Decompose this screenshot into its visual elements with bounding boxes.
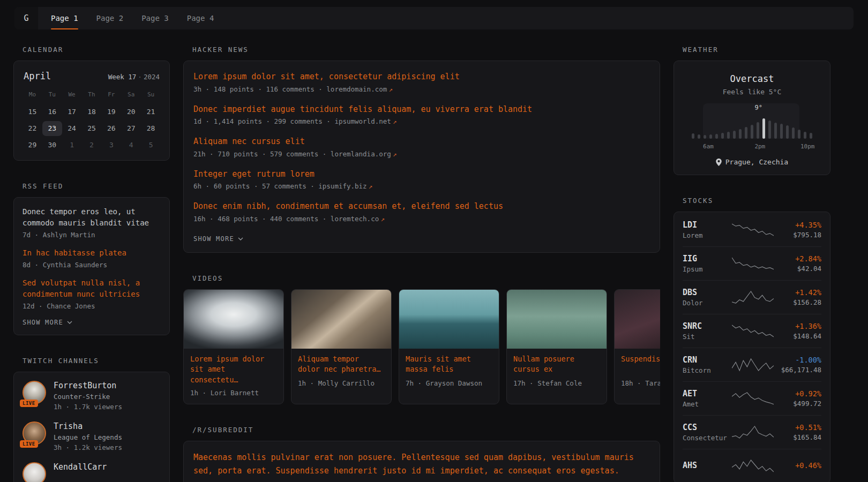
video-thumbnail[interactable] [615, 290, 660, 349]
video-title[interactable]: Lorem ipsum dolor sit amet consectetu… [184, 349, 283, 386]
calendar-year: 2024 [144, 73, 160, 81]
channel-info: Trisha League of Legends 3h · 1.2k viewe… [54, 421, 122, 451]
news-item-title[interactable]: Lorem ipsum dolor sit amet, consectetur … [193, 71, 650, 83]
calendar-day: 26 [101, 121, 121, 136]
news-item-title[interactable]: Integer eget rutrum lorem [193, 168, 650, 180]
video-card[interactable]: Lorem ipsum dolor sit amet consectetu… 1… [183, 289, 284, 405]
news-item: Donec imperdiet augue tincidunt felis al… [193, 103, 650, 126]
rss-item: In hac habitasse platea 8d · Cynthia Sau… [23, 247, 161, 269]
rss-item-title[interactable]: Donec tempor eros leo, ut commodo mauris… [23, 206, 161, 229]
chevron-down-icon [238, 237, 243, 240]
stock-values: +1.42% $156.28 [774, 288, 821, 306]
stock-name: Ipsum [683, 265, 732, 273]
stock-price: $795.18 [774, 231, 821, 239]
stock-change: +0.51% [774, 423, 821, 432]
external-link-icon[interactable]: ↗ [380, 215, 385, 223]
channel-avatar: LIVE [23, 421, 46, 445]
twitch-channel[interactable]: KendallCarr [23, 462, 161, 482]
rss-item-title[interactable]: In hac habitasse platea [23, 247, 161, 259]
stock-row[interactable]: CRN Bitcorn -1.00% $66,171.48 [683, 348, 821, 381]
tab-page-3[interactable]: Page 3 [141, 7, 169, 29]
calendar-card: April Week 17·2024 Mo Tu We Th Fr Sa Su … [13, 61, 170, 161]
stock-row[interactable]: IIG Ipsum +2.84% $42.04 [683, 246, 821, 280]
stock-name: Bitcorn [683, 366, 732, 374]
location-text: Prague, Czechia [725, 158, 788, 166]
external-link-icon[interactable]: ↗ [393, 150, 397, 158]
video-title[interactable]: Suspendisse diam [615, 349, 660, 375]
reddit-post-title[interactable]: Maecenas mollis pulvinar erat non posuer… [193, 451, 650, 478]
external-link-icon[interactable]: ↗ [388, 85, 393, 93]
stock-values: +0.92% $499.72 [774, 389, 821, 408]
video-meta: 1h · Lori Barnett [184, 385, 283, 404]
video-thumbnail[interactable] [184, 290, 283, 349]
rss-item-title[interactable]: Sed volutpat nulla nisl, a condimentum n… [23, 277, 161, 300]
stock-ticker: LDI [683, 220, 732, 230]
calendar-day: 24 [62, 121, 82, 136]
stock-name: Dolor [683, 299, 732, 307]
news-item-title[interactable]: Donec imperdiet augue tincidunt felis al… [193, 103, 650, 116]
stock-sparkline [732, 425, 774, 439]
rss-item-meta: 8d · Cynthia Saunders [23, 261, 161, 269]
stocks-section-title: STOCKS [683, 197, 830, 205]
weather-condition: Overcast [684, 73, 820, 84]
chevron-down-icon [67, 321, 72, 324]
news-item-title[interactable]: Donec enim nibh, condimentum et accumsan… [193, 200, 650, 213]
app-logo[interactable]: G [14, 7, 38, 29]
news-item-meta: 21h · 710 points · 579 comments · loreml… [193, 150, 650, 158]
calendar-day: 21 [141, 104, 161, 119]
video-title[interactable]: Aliquam tempor dolor nec pharetra… [291, 349, 391, 375]
news-item-meta: 6h · 60 points · 57 comments · ipsumify.… [193, 182, 650, 190]
video-meta: 7h · Grayson Dawson [399, 375, 499, 394]
day-header: Fr [101, 88, 121, 103]
calendar-day-next-month: 1 [62, 138, 82, 153]
videos-widget: VIDEOS Lorem ipsum dolor sit amet consec… [183, 274, 660, 405]
tab-page-1[interactable]: Page 1 [51, 7, 78, 29]
external-link-icon[interactable]: ↗ [393, 117, 397, 125]
video-card[interactable]: Mauris sit amet massa felis 7h · Grayson… [399, 289, 499, 405]
hacker-news-show-more-button[interactable]: SHOW MORE [193, 235, 650, 243]
stock-name: Amet [683, 400, 732, 408]
hacker-news-card: Lorem ipsum dolor sit amet, consectetur … [183, 61, 660, 253]
external-link-icon[interactable]: ↗ [369, 182, 373, 190]
show-more-label: SHOW MORE [193, 235, 234, 243]
stock-row[interactable]: SNRC Sit +1.36% $148.64 [683, 314, 821, 348]
video-title[interactable]: Nullam posuere cursus ex [507, 349, 607, 375]
show-more-label: SHOW MORE [23, 319, 63, 326]
avatar-image [23, 462, 46, 482]
stock-price: $42.04 [774, 265, 821, 273]
stock-row[interactable]: DBS Dolor +1.42% $156.28 [683, 280, 821, 314]
news-item-title[interactable]: Aliquam nec cursus elit [193, 135, 650, 148]
twitch-channel[interactable]: LIVE Trisha League of Legends 3h · 1.2k … [23, 421, 161, 451]
video-thumbnail[interactable] [399, 290, 499, 349]
stock-ticker: AHS [683, 461, 732, 470]
calendar-day: 15 [23, 104, 42, 119]
stock-row[interactable]: LDI Lorem +4.35% $795.18 [683, 213, 821, 246]
tab-page-2[interactable]: Page 2 [96, 7, 124, 29]
videos-carousel: Lorem ipsum dolor sit amet consectetu… 1… [183, 289, 660, 405]
calendar-day: 17 [62, 104, 82, 119]
calendar-day: 28 [141, 121, 161, 136]
video-card[interactable]: Aliquam tempor dolor nec pharetra… 1h · … [291, 289, 392, 405]
twitch-channel[interactable]: LIVE ForrestBurton Counter-Strike 1h · 1… [23, 381, 161, 411]
stock-row[interactable]: CCS Consectetur +0.51% $165.84 [683, 415, 821, 449]
stock-sparkline [732, 257, 774, 270]
hacker-news-widget: HACKER NEWS Lorem ipsum dolor sit amet, … [183, 46, 660, 253]
rss-show-more-button[interactable]: SHOW MORE [23, 319, 161, 326]
meta-text: 6h · 60 points · 57 comments · ipsumify.… [193, 182, 367, 190]
channel-game: Counter-Strike [54, 393, 122, 401]
video-title[interactable]: Mauris sit amet massa felis [399, 349, 499, 375]
reddit-post: Maecenas mollis pulvinar erat non posuer… [193, 451, 650, 482]
stock-change: +4.35% [774, 221, 821, 229]
video-card[interactable]: Nullam posuere cursus ex 17h · Stefan Co… [506, 289, 607, 405]
stock-sparkline [732, 324, 774, 338]
live-badge: LIVE [20, 440, 38, 448]
video-thumbnail[interactable] [507, 290, 607, 349]
stock-change: +0.92% [774, 389, 821, 398]
video-card[interactable]: Suspendisse diam 18h · Tara [614, 289, 660, 405]
calendar-day-next-month: 4 [121, 138, 141, 153]
stock-row[interactable]: AHS +0.46% [683, 449, 821, 482]
rss-item: Donec tempor eros leo, ut commodo mauris… [23, 206, 161, 239]
stock-row[interactable]: AET Amet +0.92% $499.72 [683, 381, 821, 415]
tab-page-4[interactable]: Page 4 [187, 7, 214, 29]
video-thumbnail[interactable] [291, 290, 391, 349]
